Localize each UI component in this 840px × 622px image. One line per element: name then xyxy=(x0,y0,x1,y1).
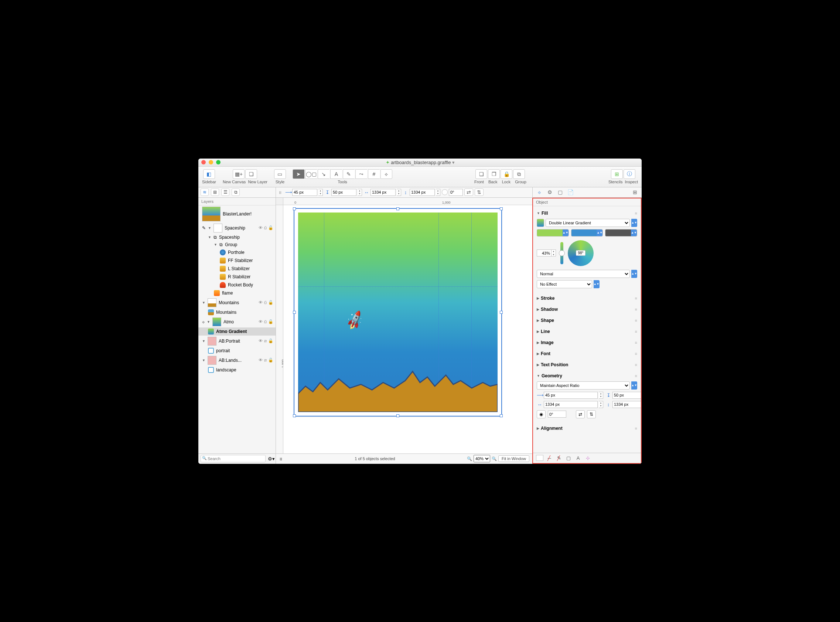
shape-header[interactable]: ▶Shape≡ xyxy=(537,316,637,325)
shape-portrait[interactable]: portrait xyxy=(198,347,275,355)
shape-porthole[interactable]: Porthole xyxy=(198,248,275,256)
shape-tool-footer[interactable]: ▢ xyxy=(565,454,572,462)
text-position-header[interactable]: ▶Text Position≡ xyxy=(537,361,637,369)
alignment-header[interactable]: ▶Alignment≡ xyxy=(537,424,637,432)
style-button[interactable]: ▭ xyxy=(274,169,286,179)
send-back-button[interactable]: ❐ xyxy=(488,169,500,179)
image-header[interactable]: ▶Image≡ xyxy=(537,338,637,347)
rocket-shape[interactable]: 🚀 xyxy=(344,310,366,331)
gradient-color-2[interactable]: ▲▼ xyxy=(571,229,603,236)
gradient-color-3[interactable]: ▲▼ xyxy=(605,229,637,236)
artboard-tool[interactable]: # xyxy=(368,169,380,179)
shape-landscape[interactable]: landscape xyxy=(198,366,275,374)
blend-mode-select[interactable]: Normal xyxy=(537,270,630,278)
style-well[interactable] xyxy=(536,455,543,461)
flip-v-button-insp[interactable]: ⇅ xyxy=(587,410,596,418)
zoom-out-icon[interactable]: 🔍 xyxy=(467,456,472,461)
shape-l-stab[interactable]: L Stabilizer xyxy=(198,265,275,273)
select-stepper[interactable]: ▲▼ xyxy=(631,219,637,227)
canvas-inspector-tab[interactable]: ▢ xyxy=(555,188,565,196)
inspect-button[interactable]: ⓘ xyxy=(624,169,635,179)
shape-rocket-body[interactable]: Rocket Body xyxy=(198,281,275,289)
zoom-window-button[interactable] xyxy=(216,160,221,165)
grip-icon[interactable]: ≡ xyxy=(635,211,637,215)
gradient-slider[interactable] xyxy=(560,242,563,264)
fit-window-button[interactable]: Fit in Window xyxy=(498,455,530,462)
gradient-angle-wheel[interactable]: 98° xyxy=(568,240,593,266)
shape-mountains[interactable]: Mountains xyxy=(198,308,275,316)
canvas-row[interactable]: BlasterLander! xyxy=(198,206,275,223)
ruler-toggle-icon[interactable]: ⫼ xyxy=(278,190,282,194)
y-field[interactable]: ↧▲▼ xyxy=(324,189,362,196)
no-fill-tool[interactable]: ─╱ xyxy=(546,454,553,462)
flip-v-button[interactable]: ⇅ xyxy=(475,189,484,196)
toggle-sidebar-button[interactable]: ◧ xyxy=(203,169,215,179)
outline-tab[interactable]: ☰ xyxy=(221,189,230,196)
no-stroke-tool[interactable]: ✎╱ xyxy=(555,454,563,462)
geometry-header[interactable]: ▼Geometry≡ xyxy=(537,372,637,380)
point-tool[interactable]: ⟡ xyxy=(380,169,392,179)
shape-r-stab[interactable]: R Stabilizer xyxy=(198,273,275,281)
artboard[interactable]: 🚀 xyxy=(294,209,501,416)
unlock-icon[interactable]: 🔓 xyxy=(268,226,273,230)
diagram-tool[interactable]: ⤳ xyxy=(355,169,367,179)
font-header[interactable]: ▶Font≡ xyxy=(537,350,637,358)
new-canvas-button[interactable]: ▦+ xyxy=(233,169,245,179)
search-input[interactable] xyxy=(201,455,266,462)
ruler-vertical[interactable]: 1,000 xyxy=(276,205,283,453)
canvas-viewport[interactable]: 🚀 xyxy=(283,205,532,453)
selection-tab[interactable]: ⧉ xyxy=(231,189,240,196)
document-inspector-tab[interactable]: 📄 xyxy=(566,188,575,196)
lock-button[interactable]: 🔒 xyxy=(501,169,512,179)
fill-header[interactable]: ▼Fill≡ xyxy=(537,209,637,217)
flip-h-button[interactable]: ⇄ xyxy=(464,189,473,196)
eye-icon[interactable]: 👁 xyxy=(259,226,263,230)
rot-origin-button[interactable]: ◉ xyxy=(537,410,546,418)
w-field[interactable]: ↔▲▼ xyxy=(364,189,401,196)
gradient-midpoint[interactable]: ▲▼ xyxy=(537,250,556,256)
text-tool-footer[interactable]: A xyxy=(574,454,582,462)
shape-ff-stab[interactable]: FF Stabilizer xyxy=(198,256,275,265)
gradient-color-1[interactable]: ▲▼ xyxy=(537,229,569,236)
geom-x-field[interactable]: ⟶▲▼ xyxy=(537,392,603,399)
layer-spaceship[interactable]: ✎ ▼ Spaceship 👁⎙🔓 xyxy=(198,223,275,233)
fill-effect-select[interactable]: No Effect xyxy=(537,280,592,288)
gear-menu-icon[interactable]: ⚙▾ xyxy=(268,456,275,462)
close-window-button[interactable] xyxy=(201,160,206,165)
geom-y-field[interactable]: ↧▲▼ xyxy=(606,392,641,399)
x-field[interactable]: ⟶▲▼ xyxy=(285,189,323,196)
line-header[interactable]: ▶Line≡ xyxy=(537,328,637,335)
ruler-corner[interactable] xyxy=(276,198,283,205)
shape-flame[interactable]: flame xyxy=(198,289,275,297)
print-icon[interactable]: ⎙ xyxy=(264,226,267,230)
presentation-icon[interactable]: ⫼ xyxy=(279,456,283,461)
selection-tool[interactable]: ➤ xyxy=(292,169,304,179)
zoom-in-icon[interactable]: 🔍 xyxy=(492,456,497,461)
guides-tab[interactable]: ⊞ xyxy=(211,189,219,196)
ruler-horizontal[interactable]: 0 1,000 xyxy=(283,198,532,205)
disclosure-icon[interactable]: ▼ xyxy=(208,226,211,230)
layer-ab-landscape[interactable]: ▼ AB:Lands... 👁⧄🔓 xyxy=(198,355,275,366)
geom-rot-field[interactable] xyxy=(548,410,574,418)
group-button[interactable]: ⧉ xyxy=(513,169,525,179)
h-field[interactable]: ↕▲▼ xyxy=(403,189,440,196)
minimize-window-button[interactable] xyxy=(209,160,213,165)
geom-w-field[interactable]: ↔▲▼ xyxy=(537,401,603,408)
aspect-ratio-select[interactable]: Maintain Aspect Ratio xyxy=(537,381,630,390)
new-layer-button[interactable]: ❏ xyxy=(245,169,257,179)
object-inspector-tab[interactable]: ⟐ xyxy=(535,188,544,196)
flip-h-button-insp[interactable]: ⇄ xyxy=(576,410,585,418)
group-spaceship[interactable]: ▼⧉Spaceship xyxy=(198,233,275,241)
geom-h-field[interactable]: ↕▲▼ xyxy=(606,401,641,408)
layer-mountains[interactable]: ▼ Mountains 👁⎙🔓 xyxy=(198,297,275,308)
shape-tool[interactable]: ◯▢ xyxy=(305,169,317,179)
text-tool[interactable]: A xyxy=(330,169,342,179)
stroke-header[interactable]: ▶Stroke≡ xyxy=(537,294,637,302)
fill-type-select[interactable]: Double Linear Gradient xyxy=(546,219,630,227)
layer-ab-portrait[interactable]: ▼ AB:Portrait 👁⧄🔓 xyxy=(198,335,275,347)
connections-tool[interactable]: ⊹ xyxy=(584,454,591,462)
layer-atmo[interactable]: ⟐ ▼ Atmo 👁⎙🔓 xyxy=(198,316,275,328)
stencils-button[interactable]: ⊞ xyxy=(611,169,623,179)
properties-inspector-tab[interactable]: ⚙ xyxy=(545,188,554,196)
mountains-shape[interactable] xyxy=(298,364,498,412)
